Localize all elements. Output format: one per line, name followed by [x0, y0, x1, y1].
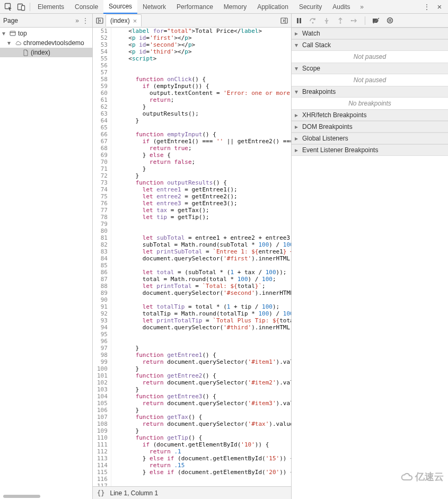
code-line[interactable]: document.querySelector('#second').innerH… — [111, 290, 291, 296]
code-line[interactable]: } — [111, 427, 291, 434]
code-line[interactable]: if (getEntree1() === '' || getEntree2() … — [111, 138, 291, 145]
code-line[interactable]: } — [111, 165, 291, 172]
toggle-navigator-icon[interactable] — [94, 15, 106, 27]
code-line[interactable]: let totalTip = total * (1 + tip / 100); — [111, 303, 291, 310]
code-line[interactable] — [111, 221, 291, 227]
line-number[interactable]: 51 — [93, 28, 111, 34]
code-line[interactable]: function getEntree3() { — [111, 393, 291, 400]
pretty-print-icon[interactable]: {} — [97, 489, 104, 497]
code-line[interactable]: return document.querySelector('#tax').va… — [111, 421, 291, 427]
line-number[interactable]: 115 — [93, 469, 111, 476]
tab-security[interactable]: Security — [294, 0, 327, 14]
code-line[interactable]: function getTax() { — [111, 414, 291, 421]
code-line[interactable]: total = Math.round(total * 100) / 100; — [111, 276, 291, 283]
code-line[interactable]: subTotal = Math.round(subTotal * 100) / … — [111, 241, 291, 248]
tab-memory[interactable]: Memory — [218, 0, 252, 14]
code-line[interactable]: function getTip() { — [111, 434, 291, 441]
code-line[interactable]: <p id='third'></p> — [111, 48, 291, 55]
line-number[interactable]: 66 — [93, 131, 111, 138]
line-number[interactable]: 55 — [93, 55, 111, 62]
code-line[interactable]: function getEntree2() { — [111, 372, 291, 379]
line-number[interactable]: 95 — [93, 331, 111, 338]
tab-application[interactable]: Application — [252, 0, 294, 14]
overflow-tabs-icon[interactable]: » — [356, 1, 368, 13]
line-number[interactable]: 102 — [93, 379, 111, 386]
panel-dom-breakpoints[interactable]: ▸ DOM Breakpoints — [292, 121, 448, 133]
code-line[interactable]: return .1 — [111, 448, 291, 455]
panel-event-listener-breakpoints[interactable]: ▸ Event Listener Breakpoints — [292, 144, 448, 156]
code-line[interactable]: } else if (document.getElementById('20')… — [111, 469, 291, 476]
line-number[interactable]: 78 — [93, 214, 111, 221]
line-number[interactable]: 93 — [93, 317, 111, 324]
line-number[interactable]: 72 — [93, 172, 111, 179]
panel-xhr-breakpoints[interactable]: ▸ XHR/fetch Breakpoints — [292, 109, 448, 121]
line-number[interactable]: 84 — [93, 255, 111, 262]
panel-breakpoints[interactable]: ▾ Breakpoints — [292, 86, 448, 98]
line-number[interactable]: 106 — [93, 407, 111, 414]
code-line[interactable] — [111, 227, 291, 234]
line-number[interactable]: 92 — [93, 310, 111, 317]
code-line[interactable]: } else if (document.getElementById('15')… — [111, 455, 291, 462]
line-number[interactable]: 76 — [93, 200, 111, 207]
code-line[interactable] — [111, 69, 291, 76]
line-number[interactable]: 107 — [93, 414, 111, 421]
tree-item-top[interactable]: ▾ top — [0, 29, 92, 38]
code-line[interactable]: function onClick() { — [111, 76, 291, 83]
line-number[interactable]: 89 — [93, 290, 111, 296]
line-number[interactable]: 90 — [93, 296, 111, 303]
line-number[interactable]: 85 — [93, 262, 111, 269]
tab-elements[interactable]: Elements — [32, 0, 69, 14]
panel-scope[interactable]: ▾ Scope — [292, 63, 448, 74]
panel-global-listeners[interactable]: ▸ Global Listeners — [292, 133, 448, 144]
code-line[interactable]: let printTotal = `Total: ${total}`; — [111, 283, 291, 290]
line-number[interactable]: 77 — [93, 207, 111, 214]
line-number[interactable]: 114 — [93, 462, 111, 469]
code-line[interactable]: let entree1 = getEntree1(); — [111, 186, 291, 193]
code-line[interactable]: <p id='first'></p> — [111, 34, 291, 41]
horizontal-scrollbar-thumb[interactable] — [3, 495, 40, 498]
line-number[interactable]: 100 — [93, 365, 111, 372]
line-number[interactable]: 88 — [93, 283, 111, 290]
code-line[interactable] — [111, 296, 291, 303]
line-number[interactable]: 86 — [93, 269, 111, 276]
code-line[interactable]: <label for="total">Total Price</label> — [111, 28, 291, 34]
code-line[interactable]: <script> — [111, 55, 291, 62]
line-number[interactable]: 108 — [93, 421, 111, 427]
code-line[interactable]: <p id='second'></p> — [111, 41, 291, 48]
tab-audits[interactable]: Audits — [327, 0, 355, 14]
code-line[interactable]: if (document.getElementById('10')) { — [111, 441, 291, 448]
line-number[interactable]: 113 — [93, 455, 111, 462]
line-number[interactable]: 69 — [93, 152, 111, 159]
code-line[interactable] — [111, 124, 291, 131]
code-line[interactable]: output.textContent = 'Error: one or more — [111, 90, 291, 97]
code-line[interactable]: } else { — [111, 152, 291, 159]
line-number[interactable]: 59 — [93, 83, 111, 90]
code-line[interactable] — [111, 262, 291, 269]
line-number[interactable]: 57 — [93, 69, 111, 76]
code-line[interactable]: return document.querySelector('#item1').… — [111, 358, 291, 365]
code-line[interactable]: let subTotal = entree1 + entree2 + entre… — [111, 234, 291, 241]
close-devtools-icon[interactable]: × — [433, 1, 446, 13]
line-number[interactable]: 98 — [93, 352, 111, 358]
code-line[interactable]: } — [111, 345, 291, 352]
line-number[interactable]: 73 — [93, 179, 111, 186]
line-number[interactable]: 111 — [93, 441, 111, 448]
line-number[interactable]: 52 — [93, 34, 111, 41]
line-number[interactable]: 87 — [93, 276, 111, 283]
line-number[interactable]: 63 — [93, 110, 111, 117]
line-number[interactable]: 68 — [93, 145, 111, 152]
code-line[interactable]: outputResults(); — [111, 110, 291, 117]
code-line[interactable]: let total = (subTotal * (1 + tax / 100))… — [111, 269, 291, 276]
line-number[interactable]: 82 — [93, 241, 111, 248]
line-number[interactable]: 56 — [93, 62, 111, 69]
inspect-element-icon[interactable] — [2, 1, 15, 13]
code-line[interactable]: } — [111, 386, 291, 393]
line-number[interactable]: 67 — [93, 138, 111, 145]
line-number[interactable]: 75 — [93, 193, 111, 200]
line-number[interactable]: 81 — [93, 234, 111, 241]
code-line[interactable] — [111, 338, 291, 345]
line-number[interactable]: 70 — [93, 159, 111, 165]
close-tab-icon[interactable]: × — [133, 17, 137, 24]
line-number[interactable]: 104 — [93, 393, 111, 400]
code-line[interactable]: } — [111, 407, 291, 414]
